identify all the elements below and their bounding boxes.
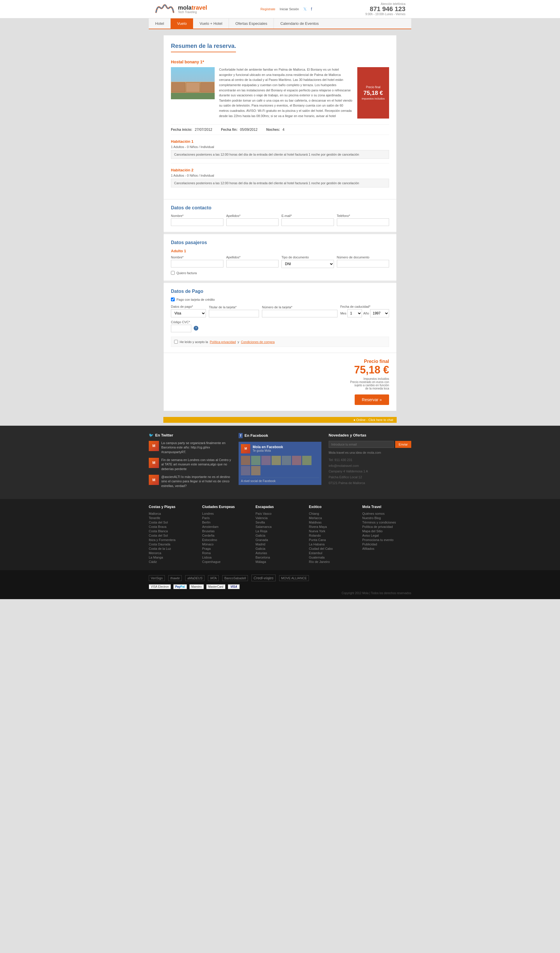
footer-link[interactable]: Ciudad del Cabo — [309, 547, 358, 550]
expiry-month-select[interactable]: 1234 5678 9101112 — [347, 309, 362, 317]
footer-link[interactable]: Publicidad — [362, 542, 411, 546]
nav-calendario[interactable]: Calendario de Eventos — [274, 19, 325, 29]
footer-link[interactable]: Afiliados — [362, 547, 411, 550]
footer-link[interactable]: Términos y condiciones — [362, 521, 411, 524]
register-link[interactable]: Regístrate — [260, 7, 275, 11]
nav-vuelo[interactable]: Vuelo — [171, 19, 193, 29]
footer-link[interactable]: Lisboa — [202, 556, 251, 559]
footer-link[interactable]: Merlacca — [309, 516, 358, 520]
cvc-info-icon[interactable]: ? — [194, 326, 198, 331]
newsletter-input[interactable] — [329, 441, 394, 448]
footer-link[interactable]: Barcelona — [255, 556, 305, 559]
card-number-input[interactable] — [262, 310, 337, 317]
footer-link[interactable]: La Rioja — [255, 529, 305, 533]
footer-link[interactable]: Roma — [202, 551, 251, 555]
footer-link[interactable]: Quiénes somos — [362, 512, 411, 515]
trust-thawte: thawte — [168, 575, 182, 581]
footer-link[interactable]: Tenerife — [149, 516, 198, 520]
cardholder-group: Titular de la tarjeta* — [209, 306, 259, 317]
pax-doc-number-input[interactable] — [337, 260, 389, 267]
contact-surname-input[interactable] — [226, 219, 279, 226]
contact-phone-input[interactable] — [337, 219, 389, 226]
footer-link[interactable]: Punta Cana — [309, 538, 358, 542]
cardholder-input[interactable] — [209, 310, 259, 317]
expiry-year-select[interactable]: 1997199819992000 2001201220132014 — [370, 309, 389, 317]
final-note3: sujeto a cambio en función — [171, 383, 389, 387]
footer-link[interactable]: Berlín — [202, 521, 251, 524]
footer-link[interactable]: Bruselas — [202, 529, 251, 533]
credit-card-checkbox[interactable] — [171, 298, 175, 301]
footer-link[interactable]: Copenhague — [202, 560, 251, 563]
footer-link[interactable]: La Manga — [149, 556, 198, 559]
pax-doc-type-select[interactable]: DNI Pasaporte NIE — [282, 260, 334, 268]
cvc-input[interactable] — [171, 325, 191, 332]
terms-checkbox[interactable] — [174, 340, 178, 344]
contact-email-input[interactable] — [282, 219, 334, 226]
footer-link[interactable]: Mallorca — [149, 512, 198, 515]
footer-link[interactable]: Mapa del Sitio — [362, 529, 411, 533]
footer-link[interactable]: Nueva York — [309, 529, 358, 533]
footer-link[interactable]: Guatemala — [309, 556, 358, 559]
card-type-select[interactable]: Visa Mastercard — [171, 309, 206, 317]
fb-face-8 — [241, 466, 250, 475]
nav-ofertas[interactable]: Ofertas Especiales — [229, 19, 274, 29]
footer-link[interactable]: Costa Blanca — [149, 529, 198, 533]
contact-name-input[interactable] — [171, 219, 223, 226]
footer-link[interactable]: Rolando — [309, 534, 358, 537]
nav-hotel[interactable]: Hotel — [149, 19, 171, 29]
login-link[interactable]: Iniciar Sesión — [280, 7, 299, 11]
pax-name-group: Nombre* — [171, 256, 223, 268]
footer-link[interactable]: Menorca — [149, 551, 198, 555]
footer-link[interactable]: Praga — [202, 547, 251, 550]
footer-link[interactable]: Málaga — [255, 560, 305, 563]
footer-link[interactable]: Londres — [202, 512, 251, 515]
nav-vuelo-hotel[interactable]: Vuelo + Hotel — [193, 19, 229, 29]
invoice-checkbox[interactable] — [171, 271, 175, 275]
twitter-text-2: Fin de semana en Londres con vistas al C… — [161, 458, 231, 471]
footer-link[interactable]: La Habana — [309, 542, 358, 546]
twitter-social-icon[interactable]: 𝕏 — [303, 7, 306, 11]
reserve-button[interactable]: Reservar » — [355, 394, 389, 405]
footer-col5-title: Mola Travel — [362, 505, 411, 509]
footer-link[interactable]: Estambul — [309, 551, 358, 555]
footer-link[interactable]: Rivera Maya — [309, 525, 358, 528]
footer-link[interactable]: Nuestro Blog — [362, 516, 411, 520]
pax-name-input[interactable] — [171, 260, 223, 267]
footer-link[interactable]: Costa Daurada — [149, 542, 198, 546]
footer-link[interactable]: Valencia — [255, 516, 305, 520]
footer-link[interactable]: Costa del Sol — [149, 521, 198, 524]
footer-link[interactable]: Promociona tu evento — [362, 538, 411, 542]
footer-link[interactable]: País Vasco — [255, 512, 305, 515]
footer-link[interactable]: Costa del Sol — [149, 534, 198, 537]
footer-link[interactable]: Estocolmo — [202, 538, 251, 542]
footer-link[interactable]: Sevilla — [255, 521, 305, 524]
footer-link[interactable]: Galicia — [255, 547, 305, 550]
footer-link[interactable]: Amsterdam — [202, 525, 251, 528]
footer-link[interactable]: Salamanca — [255, 525, 305, 528]
copyright: Copyright 2012 Mola | Todos los derechos… — [149, 591, 411, 595]
footer-link[interactable]: Mónaco — [202, 542, 251, 546]
footer-link[interactable]: Maldivas — [309, 521, 358, 524]
footer-link[interactable]: Costa Brava — [149, 525, 198, 528]
footer-link[interactable]: Madrid — [255, 542, 305, 546]
privacy-link[interactable]: Política privacidad — [210, 340, 236, 344]
footer-link[interactable]: Política de privacidad — [362, 525, 411, 528]
pax-doc-type-label: Tipo de documento — [282, 256, 334, 259]
footer-link[interactable]: Cádiz — [149, 560, 198, 563]
footer-link[interactable]: Chiang — [309, 512, 358, 515]
footer-link[interactable]: Costa de la Luz — [149, 547, 198, 550]
footer-link[interactable]: Cerdeña — [202, 534, 251, 537]
footer-link[interactable]: Ibiza y Formentera — [149, 538, 198, 542]
footer-link[interactable]: Río de Janeiro — [309, 560, 358, 563]
footer-link[interactable]: Galicia — [255, 534, 305, 537]
chat-bar[interactable]: ● Online - Click here to chat — [163, 417, 397, 423]
final-price-box: Precio final 75,18 € Impuestos incluidos… — [164, 353, 396, 411]
newsletter-button[interactable]: Enviar — [395, 441, 411, 448]
footer-link[interactable]: Granada — [255, 538, 305, 542]
footer-link[interactable]: Aviso Legal — [362, 534, 411, 537]
pax-surname-input[interactable] — [226, 260, 279, 267]
footer-link[interactable]: París — [202, 516, 251, 520]
footer-link[interactable]: Asturias — [255, 551, 305, 555]
facebook-social-icon[interactable]: f — [311, 7, 312, 11]
conditions-link[interactable]: Condiciones de compra — [241, 340, 275, 344]
